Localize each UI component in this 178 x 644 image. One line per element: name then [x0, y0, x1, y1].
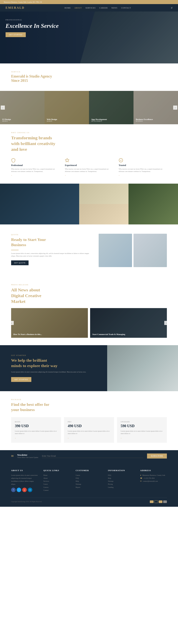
news-section: Press Release All News about Digital Cre… — [0, 276, 178, 345]
nav-item-services[interactable]: Services — [86, 7, 96, 9]
nav-item-about[interactable]: About — [74, 7, 82, 9]
footer-customer-faq[interactable]: FAQ — [76, 477, 102, 480]
nav-item-home[interactable]: Home — [64, 7, 71, 9]
hero-section: Professional Excellence In Service GET S… — [0, 12, 178, 64]
newsletter-bar: ✉ Newsletter Check More Our Latest Updat… — [0, 450, 178, 462]
footer-link-services[interactable]: Services — [44, 480, 70, 483]
newsletter-sublabel: Check More Our Latest Update — [17, 456, 38, 458]
service-item-1[interactable]: UI Design Design — [0, 91, 44, 124]
carousel-prev[interactable]: ‹ — [1, 106, 5, 110]
service-item-2[interactable]: Web Design Design — [44, 91, 89, 124]
footer-link-about[interactable]: About — [44, 477, 70, 480]
hero-cta-button[interactable]: GET STARTED — [6, 32, 26, 37]
footer-link-careers[interactable]: Careers — [44, 486, 70, 489]
subscribe-button[interactable]: Subscribe — [147, 454, 167, 458]
copyright-text: Copyright StudioEninge 2014. All Rights … — [11, 501, 42, 502]
social-twitter[interactable]: t — [17, 488, 21, 492]
news-prev[interactable]: ‹ — [10, 321, 14, 325]
cta-content: Get Started We help the brilliant minds … — [0, 345, 107, 391]
quote-content: Quote Ready to Start Your Business Lorem… — [11, 234, 93, 265]
feature-more-2[interactable]: + — [65, 174, 113, 176]
plan-price-3: 590 USD — [121, 424, 163, 428]
footer-link-career[interactable]: Career — [44, 483, 70, 486]
social-icons: f t g in — [11, 488, 38, 492]
services-carousel: ‹ UI Design Design Web Design Design App… — [0, 91, 178, 124]
service-label-3: App Development — [91, 118, 131, 120]
footer-address: ● Mainstreet Business, County Link ☎ +1 … — [140, 474, 167, 483]
plan-more-2[interactable]: + — [68, 437, 110, 439]
feature-title-3: Trusted — [119, 164, 167, 167]
carousel-next[interactable]: › — [173, 106, 177, 110]
why-section: Why Choose Us Transforming brands with b… — [0, 124, 178, 184]
studio-since: Since 2015 — [11, 78, 28, 82]
news-row: ‹ How To Start a Business in this... Sta… — [11, 308, 167, 338]
footer-customer-help[interactable]: Help — [76, 480, 102, 483]
social-google[interactable]: g — [22, 488, 27, 492]
nav-item-contact[interactable]: Contact — [121, 7, 131, 9]
footer-info-landing[interactable]: Landing — [108, 486, 134, 489]
newsletter-input[interactable] — [42, 454, 143, 458]
footer-info-sitemap[interactable]: Sitemap — [108, 480, 134, 483]
photo-col-2 — [79, 184, 129, 224]
service-sublabel-4: Business — [136, 120, 176, 122]
quote-heading: Ready to Start Your Business — [11, 237, 93, 248]
footer-about-title: About Us — [11, 469, 38, 472]
footer-customer-career[interactable]: Career — [76, 474, 102, 477]
footer-info-faq[interactable]: FAQ — [108, 474, 134, 477]
payment-icons — [150, 500, 167, 503]
plan-more-3[interactable]: + — [121, 437, 163, 439]
quote-image-man — [134, 234, 167, 267]
nav-item-news[interactable]: News — [112, 7, 117, 9]
quote-cta-button[interactable]: GET QUOTE — [11, 260, 28, 265]
service-item-3[interactable]: App Development Development — [89, 91, 134, 124]
footer-columns: About Us Lorem ipsum dolor sit amet cons… — [11, 469, 167, 492]
footer-addr-icon: ● Mainstreet Business, County Link — [140, 474, 167, 477]
news-card-1[interactable]: How To Start a Business in this... — [11, 308, 88, 338]
footer-phone: ☎ +1 (21) 765 4X4 — [140, 477, 167, 480]
email-icon: ✉ — [140, 480, 142, 482]
plan-name-1: Basic — [15, 421, 57, 423]
footer-customer: Customer Career FAQ Help Sitemap Report — [76, 469, 102, 492]
photo-cell-2 — [79, 184, 129, 204]
search-icon[interactable]: ☌ — [171, 6, 172, 9]
hero-title: Excellence In Service — [6, 22, 58, 29]
why-heading: Transforming brands with brilliant creat… — [11, 135, 167, 152]
nav-item-career[interactable]: Career — [99, 7, 108, 9]
cta-image — [107, 345, 178, 391]
feature-more-1[interactable]: + — [11, 174, 59, 176]
feature-more-3[interactable]: + — [119, 174, 167, 176]
news-title-2: Start Commercial Trade & Managing — [92, 333, 165, 336]
cta-button[interactable]: GET STARTED — [11, 377, 31, 382]
photo-grid — [0, 184, 178, 224]
service-sublabel-1: Design — [2, 120, 42, 122]
footer-customer-sitemap[interactable]: Sitemap — [76, 483, 102, 486]
nav-logo[interactable]: EMERALD — [6, 6, 25, 10]
pricing-section: Package Find the best offer for your bus… — [0, 391, 178, 450]
feature-text-3: Wha macius con nam ius factur Witer eas,… — [119, 168, 167, 173]
social-linkedin[interactable]: in — [28, 488, 32, 492]
phone-icon: ☎ — [140, 477, 142, 479]
location-icon: ● — [140, 474, 141, 476]
social-facebook[interactable]: f — [11, 488, 16, 492]
hero-tag: Professional — [6, 19, 58, 21]
plan-more-1[interactable]: + — [15, 437, 57, 439]
footer-link-contact[interactable]: Contact — [44, 489, 70, 492]
shield-icon — [11, 158, 16, 162]
photo-cell-1 — [0, 184, 79, 224]
pricing-card-basic: Basic 390 USD Lorem ipsum dolor sit et a… — [11, 417, 61, 443]
footer-link-home[interactable]: Home — [44, 474, 70, 477]
footer-quicklinks-title: Quick links — [44, 469, 70, 472]
main-nav: EMERALD Home About Services Career News … — [0, 4, 178, 12]
footer-info-pricing[interactable]: Pricing — [108, 483, 134, 486]
quote-image-woman — [99, 234, 132, 267]
newsletter-label: Newsletter — [17, 454, 38, 456]
news-card-2[interactable]: Start Commercial Trade & Managing — [90, 308, 167, 338]
service-item-4[interactable]: Business Excellence Business — [134, 91, 178, 124]
footer-customer-title: Customer — [76, 469, 102, 472]
feature-professional: Professional Wha macius con nam ius fact… — [11, 158, 59, 176]
footer-quicklinks: Quick links Home About Services Career C… — [44, 469, 70, 492]
payment-icon-2 — [154, 500, 158, 503]
news-next[interactable]: › — [164, 321, 168, 325]
footer-info-help[interactable]: Help — [108, 477, 134, 480]
footer-customer-report[interactable]: Report — [76, 486, 102, 489]
